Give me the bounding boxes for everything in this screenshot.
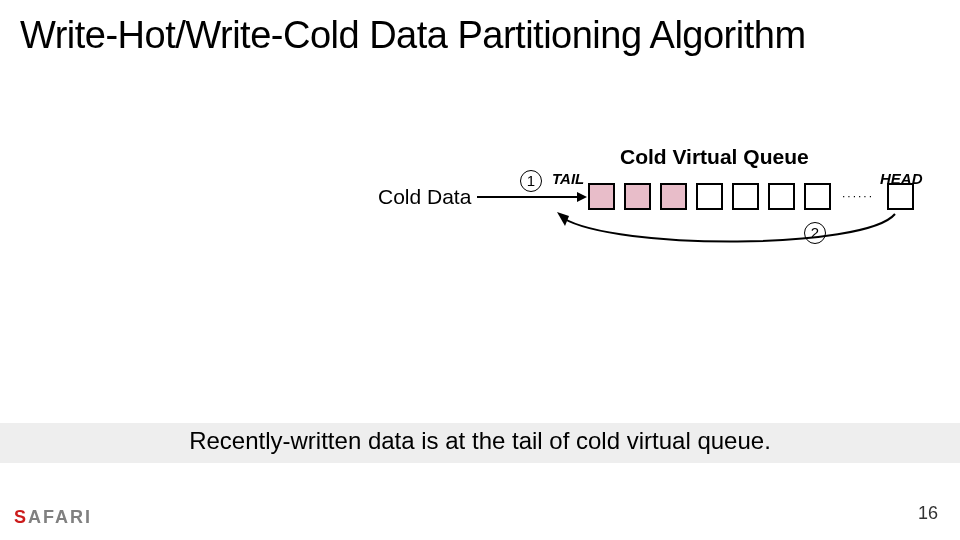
- step-1-circle: 1: [520, 170, 542, 192]
- svg-marker-1: [577, 192, 587, 202]
- slide-title: Write-Hot/Write-Cold Data Partitioning A…: [20, 14, 806, 57]
- caption-text: Recently-written data is at the tail of …: [0, 427, 960, 455]
- queue-head-box: [887, 183, 914, 210]
- tail-label: TAIL: [552, 170, 584, 187]
- arrow-cold-data-to-tail: [477, 196, 585, 198]
- safari-logo: SAFARI: [14, 507, 92, 528]
- queue-box: [696, 183, 723, 210]
- queue-box: [804, 183, 831, 210]
- queue-box: [660, 183, 687, 210]
- safari-logo-s: S: [14, 507, 28, 527]
- queue-box: [624, 183, 651, 210]
- queue-box: [588, 183, 615, 210]
- page-number: 16: [918, 503, 938, 524]
- queue-box: [732, 183, 759, 210]
- cold-virtual-queue: ······: [588, 183, 914, 210]
- queue-box: [768, 183, 795, 210]
- queue-title: Cold Virtual Queue: [620, 145, 809, 169]
- safari-logo-rest: AFARI: [28, 507, 92, 527]
- slide: Write-Hot/Write-Cold Data Partitioning A…: [0, 0, 960, 540]
- cold-data-label: Cold Data: [378, 185, 471, 209]
- arrow-head-to-tail: [545, 210, 895, 250]
- queue-ellipsis: ······: [840, 183, 876, 210]
- svg-marker-2: [557, 212, 569, 226]
